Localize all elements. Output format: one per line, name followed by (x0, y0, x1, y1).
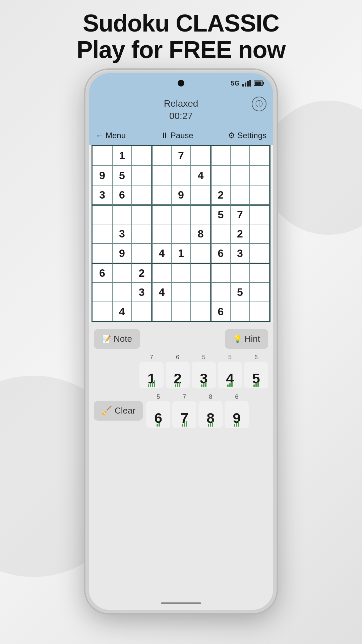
table-row[interactable] (152, 224, 171, 244)
table-row[interactable] (191, 185, 210, 205)
num-button-9[interactable]: 9 (225, 401, 249, 428)
num-button-8[interactable]: 8 (198, 401, 223, 428)
table-row[interactable]: 5 (112, 166, 132, 185)
table-row[interactable] (152, 146, 171, 166)
table-row[interactable] (132, 185, 152, 205)
table-row[interactable] (191, 205, 210, 224)
table-row[interactable] (210, 263, 230, 282)
table-row[interactable] (112, 205, 132, 224)
table-row[interactable] (112, 282, 132, 302)
num-bars (253, 382, 259, 387)
table-row[interactable] (171, 263, 191, 282)
num-button-3[interactable]: 3 (192, 362, 216, 388)
table-row[interactable]: 4 (112, 302, 132, 321)
table-row[interactable]: 6 (93, 263, 112, 282)
table-row[interactable]: 5 (210, 205, 230, 224)
clear-button[interactable]: 🧹 Clear (94, 401, 143, 421)
table-row[interactable] (210, 146, 230, 166)
table-row[interactable] (132, 302, 152, 321)
table-row[interactable] (230, 146, 250, 166)
sudoku-grid: 17954369257382941636234546 (92, 145, 270, 322)
table-row[interactable] (191, 244, 210, 263)
table-row[interactable]: 7 (230, 205, 250, 224)
table-row[interactable] (250, 205, 269, 224)
table-row[interactable]: 9 (112, 244, 132, 263)
table-row[interactable] (171, 282, 191, 302)
table-row[interactable] (132, 166, 152, 185)
note-button[interactable]: 📝 Note (94, 329, 140, 349)
table-row[interactable]: 3 (93, 185, 112, 205)
table-row[interactable] (171, 166, 191, 185)
menu-button[interactable]: ← Menu (96, 131, 126, 140)
table-row[interactable] (230, 263, 250, 282)
table-row[interactable]: 4 (191, 166, 210, 185)
table-row[interactable] (191, 302, 210, 321)
table-row[interactable] (210, 224, 230, 244)
table-row[interactable]: 6 (210, 244, 230, 263)
table-row[interactable] (93, 205, 112, 224)
table-row[interactable] (152, 263, 171, 282)
table-row[interactable]: 6 (210, 302, 230, 321)
table-row[interactable] (250, 224, 269, 244)
table-row[interactable] (93, 224, 112, 244)
table-row[interactable] (152, 185, 171, 205)
table-row[interactable] (191, 146, 210, 166)
table-row[interactable]: 1 (112, 146, 132, 166)
table-row[interactable] (230, 302, 250, 321)
table-row[interactable]: 4 (152, 244, 171, 263)
table-row[interactable] (230, 166, 250, 185)
table-row[interactable] (132, 244, 152, 263)
table-row[interactable] (191, 282, 210, 302)
num-button-6[interactable]: 6 (146, 401, 170, 428)
table-row[interactable]: 5 (230, 282, 250, 302)
table-row[interactable]: 1 (171, 244, 191, 263)
table-row[interactable] (250, 263, 269, 282)
table-row[interactable] (250, 166, 269, 185)
pause-button[interactable]: ⏸ Pause (161, 131, 193, 140)
table-row[interactable] (93, 302, 112, 321)
table-row[interactable] (210, 166, 230, 185)
table-row[interactable] (171, 224, 191, 244)
table-row[interactable] (250, 185, 269, 205)
table-row[interactable]: 3 (230, 244, 250, 263)
table-row[interactable]: 7 (171, 146, 191, 166)
hint-button[interactable]: 💡 Hint (225, 329, 268, 349)
num-button-2[interactable]: 2 (166, 362, 190, 388)
table-row[interactable] (112, 263, 132, 282)
table-row[interactable] (250, 282, 269, 302)
info-button[interactable]: ⓘ (252, 97, 266, 111)
table-row[interactable] (250, 146, 269, 166)
num-button-5[interactable]: 5 (244, 362, 268, 388)
table-row[interactable]: 2 (210, 185, 230, 205)
table-row[interactable] (132, 205, 152, 224)
table-row[interactable]: 2 (132, 263, 152, 282)
table-row[interactable] (171, 302, 191, 321)
table-row[interactable] (132, 146, 152, 166)
num-button-1[interactable]: 1 (139, 362, 164, 388)
table-row[interactable]: 8 (191, 224, 210, 244)
table-row[interactable] (250, 244, 269, 263)
num-button-4[interactable]: 4 (218, 362, 242, 388)
table-row[interactable]: 6 (112, 185, 132, 205)
table-row[interactable] (152, 302, 171, 321)
table-row[interactable] (93, 146, 112, 166)
table-row[interactable] (93, 244, 112, 263)
settings-button[interactable]: ⚙ Settings (228, 131, 266, 140)
table-row[interactable] (191, 263, 210, 282)
table-row[interactable]: 9 (171, 185, 191, 205)
table-row[interactable] (230, 185, 250, 205)
table-row[interactable] (171, 205, 191, 224)
table-row[interactable] (210, 282, 230, 302)
table-row[interactable] (152, 205, 171, 224)
table-row[interactable]: 2 (230, 224, 250, 244)
table-row[interactable]: 3 (112, 224, 132, 244)
home-indicator (89, 596, 273, 610)
table-row[interactable] (132, 224, 152, 244)
table-row[interactable]: 3 (132, 282, 152, 302)
table-row[interactable]: 9 (93, 166, 112, 185)
table-row[interactable]: 4 (152, 282, 171, 302)
num-button-7[interactable]: 7 (172, 401, 196, 428)
table-row[interactable] (93, 282, 112, 302)
table-row[interactable] (250, 302, 269, 321)
table-row[interactable] (152, 166, 171, 185)
